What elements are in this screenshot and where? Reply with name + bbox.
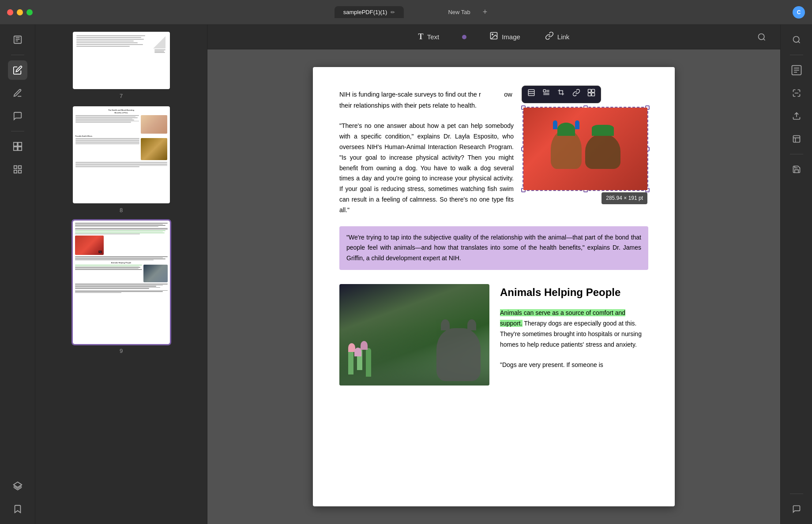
doc-page: NIH is funding large-scale surveys to fi…: [313, 67, 675, 506]
export-right-icon[interactable]: [787, 106, 806, 126]
organize-icon[interactable]: [8, 160, 27, 179]
user-avatar[interactable]: C: [793, 6, 805, 19]
bookmark-icon[interactable]: [8, 499, 27, 519]
pet-image: [523, 108, 647, 190]
toolbar: T Text Image: [207, 25, 780, 49]
sidebar-right: [780, 25, 812, 524]
highlight-icon[interactable]: [8, 83, 27, 103]
svg-rect-17: [528, 90, 534, 96]
window-controls: [7, 9, 33, 15]
thumbnail-page-7[interactable]: 7: [41, 32, 202, 99]
selected-image[interactable]: 285.94 × 191 pt: [523, 107, 648, 191]
page-7-number: 7: [120, 93, 123, 99]
layers-icon[interactable]: [8, 476, 27, 496]
page-8-number: 8: [120, 207, 123, 213]
svg-line-16: [763, 38, 765, 40]
svg-rect-25: [588, 90, 591, 93]
tab-bar: samplePDF(1)(1) ✏ New Tab +: [38, 6, 787, 19]
image-dimensions-label: 285.94 × 191 pt: [601, 192, 647, 204]
doc-scroll[interactable]: NIH is funding large-scale surveys to fi…: [207, 49, 780, 524]
reader-icon[interactable]: [8, 30, 27, 49]
svg-rect-7: [18, 147, 21, 150]
doc-content: NIH is funding large-scale surveys to fi…: [339, 89, 648, 386]
svg-line-30: [798, 41, 800, 43]
minimize-button[interactable]: [17, 9, 23, 15]
toolbar-center: T Text Image: [413, 29, 575, 45]
svg-point-15: [758, 34, 764, 39]
thumb-page-7-content[interactable]: [73, 32, 170, 89]
svg-rect-27: [588, 93, 591, 96]
divider-2: [11, 131, 24, 131]
edit-document-icon[interactable]: [8, 60, 27, 80]
image-toolbar: [522, 86, 601, 103]
svg-point-14: [492, 34, 493, 35]
sidebar-left: [0, 25, 35, 524]
link-tool-label: Link: [557, 33, 570, 41]
image-selection-container: 285.94 × 191 pt: [523, 107, 648, 191]
tab-edit-icon: ✏: [391, 9, 395, 15]
tab-title: samplePDF(1)(1): [343, 9, 387, 15]
thumbnail-page-8[interactable]: The Health and Mood-BoostingBenefits of …: [41, 106, 202, 213]
titlebar: samplePDF(1)(1) ✏ New Tab + C: [0, 0, 812, 25]
image-tool-button[interactable]: Image: [484, 29, 526, 45]
svg-rect-4: [13, 142, 17, 146]
section-paragraph-1: Animals can serve as a source of comfort…: [500, 308, 648, 350]
svg-rect-37: [793, 136, 800, 142]
svg-rect-9: [18, 166, 21, 168]
right-divider-2: [790, 154, 803, 154]
right-divider-3: [790, 494, 803, 494]
scan-right-icon[interactable]: [787, 83, 806, 103]
thumbnail-page-9[interactable]: 🐾 Animals Helping People: [41, 221, 202, 354]
share-right-icon[interactable]: [787, 129, 806, 149]
comments-right-icon[interactable]: [787, 499, 806, 519]
img-more-button[interactable]: [587, 89, 595, 100]
intro-text: NIH is funding large-scale surveys to fi…: [339, 89, 514, 216]
divider-1: [11, 55, 24, 55]
section-text-right: Animals Helping People Animals can serve…: [500, 284, 648, 371]
right-divider-1: [790, 55, 803, 55]
thumbnail-panel[interactable]: 7 The Health and Mood-BoostingBenefits o…: [35, 25, 207, 524]
text-tool-button[interactable]: T Text: [413, 30, 445, 44]
svg-rect-26: [592, 90, 595, 93]
doc-container: T Text Image: [207, 25, 780, 524]
svg-rect-11: [18, 170, 21, 173]
search-right-icon[interactable]: [787, 30, 806, 49]
intro-paragraph: NIH is funding large-scale surveys to fi…: [339, 89, 514, 111]
section-paragraph-2: "Dogs are very present. If someone is: [500, 360, 648, 371]
thumb-page-8-content[interactable]: The Health and Mood-BoostingBenefits of …: [73, 106, 170, 203]
img-crop-button[interactable]: [557, 89, 565, 100]
svg-point-29: [793, 37, 799, 42]
ocr-icon[interactable]: [787, 60, 806, 80]
quote-paragraph-1: "There's no one answer about how a pet c…: [339, 121, 514, 215]
page-9-number: 9: [120, 348, 123, 354]
close-button[interactable]: [7, 9, 13, 15]
comment-icon[interactable]: [8, 106, 27, 126]
toolbar-dot: [462, 35, 466, 39]
text-tool-icon: T: [418, 32, 424, 41]
toolbar-search-icon[interactable]: [752, 27, 771, 47]
tab-new-tab[interactable]: New Tab: [439, 6, 479, 18]
image-tool-label: Image: [502, 33, 520, 41]
animals-helping-section: Animals Helping People Animals can serve…: [339, 284, 648, 386]
img-wrap-text-button[interactable]: [542, 89, 550, 100]
img-link-button[interactable]: [572, 89, 580, 100]
img-align-left-button[interactable]: [527, 89, 535, 100]
pages-icon[interactable]: [8, 137, 27, 156]
maximize-button[interactable]: [26, 9, 33, 15]
tab-new-label: New Tab: [448, 9, 470, 15]
svg-rect-20: [543, 90, 545, 92]
svg-rect-10: [14, 170, 16, 173]
svg-rect-8: [14, 166, 16, 168]
intro-text-content: ow: [504, 91, 512, 98]
image-tool-icon: [489, 31, 498, 42]
svg-rect-6: [13, 147, 17, 150]
new-tab-button[interactable]: +: [479, 6, 491, 19]
doc-intro-section: NIH is funding large-scale surveys to fi…: [339, 89, 648, 216]
tab-active[interactable]: samplePDF(1)(1) ✏: [335, 6, 404, 18]
main-area: 7 The Health and Mood-BoostingBenefits o…: [0, 25, 812, 524]
link-tool-button[interactable]: Link: [540, 29, 575, 45]
quote-block-2: "We're trying to tap into the subjective…: [339, 226, 648, 270]
quote-block-1: "There's no one answer about how a pet c…: [339, 121, 514, 215]
save-right-icon[interactable]: [787, 160, 806, 179]
thumb-page-9-content[interactable]: 🐾 Animals Helping People: [73, 221, 170, 344]
